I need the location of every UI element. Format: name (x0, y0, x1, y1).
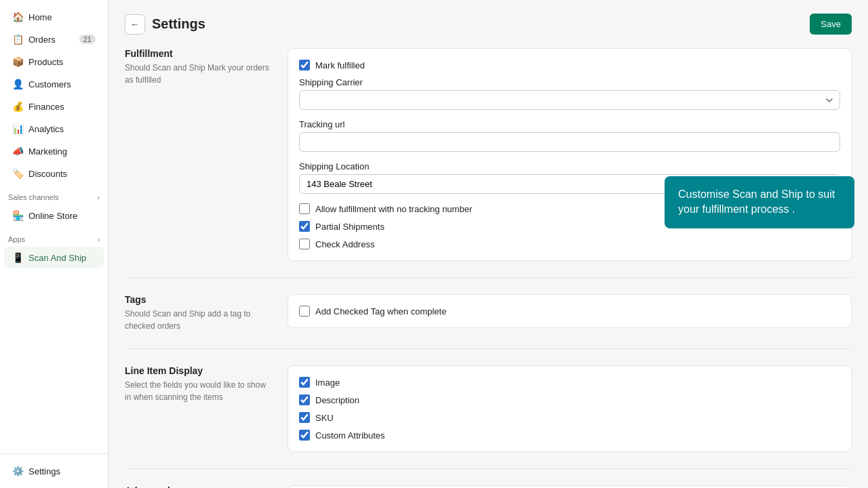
partial-shipments-label: Partial Shipments (315, 222, 384, 232)
tags-section: Tags Should Scan and Ship add a tag to c… (125, 294, 852, 332)
sidebar-item-online-store[interactable]: 🏪 Online Store (4, 205, 104, 226)
tracking-url-input[interactable] (299, 132, 840, 152)
sidebar-item-label: Online Store (28, 211, 77, 221)
description-row: Description (299, 394, 840, 405)
shipping-carrier-row: Shipping Carrier (299, 77, 840, 110)
image-row: Image (299, 377, 840, 388)
fulfillment-label: Fulfillment Should Scan and Ship Mark yo… (125, 48, 274, 86)
sidebar-item-discounts[interactable]: 🏷️ Discounts (4, 163, 104, 184)
sku-checkbox[interactable] (299, 412, 310, 423)
online-store-icon: 🏪 (12, 210, 23, 221)
description-label: Description (315, 395, 359, 405)
image-checkbox[interactable] (299, 377, 310, 388)
line-item-display-section: Line Item Display Select the fields you … (125, 365, 852, 452)
fulfillment-section: Fulfillment Should Scan and Ship Mark yo… (125, 48, 852, 261)
check-address-label: Check Address (315, 239, 374, 249)
tags-title: Tags (125, 294, 274, 305)
allow-no-tracking-checkbox[interactable] (299, 203, 310, 214)
add-checked-tag-row: Add Checked Tag when complete (299, 306, 840, 317)
sidebar-item-home[interactable]: 🏠 Home (4, 6, 104, 28)
sidebar-item-label: Orders (28, 35, 56, 45)
settings-icon: ⚙️ (12, 466, 23, 476)
tracking-url-label: Tracking url (299, 119, 840, 129)
sidebar-item-orders[interactable]: 📋 Orders 21 (4, 28, 104, 50)
sidebar-item-settings[interactable]: ⚙️ Settings (4, 460, 104, 482)
marketing-icon: 📣 (12, 146, 23, 157)
orders-icon: 📋 (12, 34, 23, 45)
analytics-icon: 📊 (12, 123, 23, 134)
orders-badge: 21 (79, 35, 96, 44)
sidebar-item-label: Scan And Ship (28, 253, 86, 263)
sidebar-item-label: Customers (28, 79, 71, 89)
sidebar-item-label: Discounts (28, 169, 67, 179)
divider-1 (125, 277, 852, 278)
sales-channels-section: Sales channels › (0, 185, 108, 204)
partial-shipments-checkbox[interactable] (299, 221, 310, 232)
sidebar-item-label: Products (28, 57, 63, 67)
save-button[interactable]: Save (810, 14, 852, 35)
products-icon: 📦 (12, 56, 23, 67)
tooltip-text: Customise Scan and Ship to suit your ful… (678, 188, 835, 215)
fulfillment-card: Mark fulfilled Shipping Carrier Tracking… (288, 48, 852, 261)
apps-section: Apps › (0, 227, 108, 246)
tags-card: Add Checked Tag when complete (288, 294, 852, 328)
discounts-icon: 🏷️ (12, 168, 23, 179)
advanced-label: Advanced (125, 485, 274, 488)
image-label: Image (315, 378, 340, 388)
tracking-url-row: Tracking url (299, 119, 840, 152)
back-arrow-icon: ← (130, 19, 140, 30)
sidebar-item-products[interactable]: 📦 Products (4, 51, 104, 73)
customers-icon: 👤 (12, 79, 23, 89)
page-title: Settings (152, 16, 205, 32)
page-header-left: ← Settings (125, 14, 205, 35)
shipping-location-label: Shipping Location (299, 161, 840, 171)
sku-label: SKU (315, 413, 334, 423)
main-content: ← Settings Save Fulfillment Should Scan … (108, 0, 868, 488)
description-checkbox[interactable] (299, 394, 310, 405)
sidebar-item-analytics[interactable]: 📊 Analytics (4, 118, 104, 140)
check-address-checkbox[interactable] (299, 239, 310, 249)
mark-fulfilled-checkbox[interactable] (299, 60, 310, 70)
add-checked-tag-checkbox[interactable] (299, 306, 310, 317)
advanced-section: Advanced Play sounds Hide Complete Line … (125, 485, 852, 488)
custom-attributes-row: Custom Attributes (299, 430, 840, 441)
mark-fulfilled-label: Mark fulfilled (315, 60, 365, 70)
sku-row: SKU (299, 412, 840, 423)
shipping-carrier-label: Shipping Carrier (299, 77, 840, 87)
divider-2 (125, 348, 852, 349)
chevron-right-icon-apps: › (98, 236, 100, 243)
line-item-display-card: Image Description SKU Custom Attributes (288, 365, 852, 452)
sidebar-item-label: Finances (28, 102, 64, 112)
advanced-title: Advanced (125, 485, 274, 488)
fulfillment-title: Fulfillment (125, 48, 274, 59)
sidebar: 🏠 Home 📋 Orders 21 📦 Products 👤 Customer… (0, 0, 108, 488)
sidebar-bottom: ⚙️ Settings (0, 453, 108, 488)
line-item-display-title: Line Item Display (125, 365, 274, 376)
advanced-card: Play sounds Hide Complete Line Items Sav… (288, 485, 852, 488)
finances-icon: 💰 (12, 101, 23, 112)
page-header: ← Settings Save (125, 14, 852, 35)
tooltip-bubble: Customise Scan and Ship to suit your ful… (665, 176, 854, 228)
check-address-row: Check Address (299, 239, 840, 249)
sidebar-item-customers[interactable]: 👤 Customers (4, 73, 104, 95)
divider-3 (125, 468, 852, 469)
sidebar-item-label: Marketing (28, 146, 67, 157)
line-item-display-description: Select the fields you would like to show… (125, 379, 274, 403)
fulfillment-description: Should Scan and Ship Mark your orders as… (125, 62, 274, 86)
sidebar-item-scan-and-ship[interactable]: 📱 Scan And Ship (4, 247, 104, 268)
sidebar-item-finances[interactable]: 💰 Finances (4, 96, 104, 117)
home-icon: 🏠 (12, 12, 23, 22)
tags-label: Tags Should Scan and Ship add a tag to c… (125, 294, 274, 332)
sidebar-item-label: Home (28, 12, 52, 22)
back-button[interactable]: ← (125, 14, 145, 35)
line-item-display-label: Line Item Display Select the fields you … (125, 365, 274, 403)
sidebar-item-label: Settings (28, 466, 60, 476)
sidebar-item-label: Analytics (28, 124, 64, 134)
custom-attributes-checkbox[interactable] (299, 430, 310, 441)
custom-attributes-label: Custom Attributes (315, 430, 385, 441)
scan-and-ship-icon: 📱 (12, 252, 23, 263)
add-checked-tag-label: Add Checked Tag when complete (315, 306, 446, 317)
shipping-carrier-select[interactable] (299, 90, 840, 110)
chevron-right-icon: › (98, 194, 100, 201)
sidebar-item-marketing[interactable]: 📣 Marketing (4, 140, 104, 162)
